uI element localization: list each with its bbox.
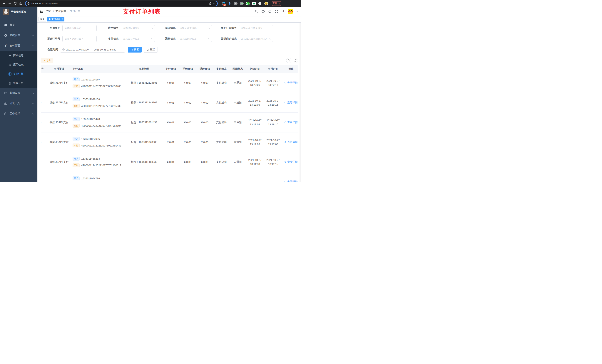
toolbox-icon: [4, 102, 7, 105]
sidebar-item-label: 基础设施: [10, 91, 20, 95]
sidebar-toggle-icon[interactable]: [40, 10, 43, 13]
site-info-icon[interactable]: [27, 2, 30, 5]
view-detail-link[interactable]: 查看详情: [284, 101, 298, 104]
pay-order-cell: 商户 1635312124657 支付 42000011742021102780…: [70, 73, 126, 93]
recorder-extension-icon[interactable]: [240, 1, 244, 6]
col-amount: 支付金额: [162, 65, 179, 73]
gem-extension-icon[interactable]: [227, 1, 232, 6]
filter-label: 回调商户状态: [212, 37, 239, 41]
url-text[interactable]: localhost:1024/pay/order: [32, 2, 207, 5]
create-time: 2021-10-27 13:17:03: [246, 132, 264, 152]
filter-app: 应用编号: [97, 25, 155, 31]
emoji-extension-icon[interactable]: [264, 1, 268, 6]
pay-status-select[interactable]: [123, 38, 150, 40]
view-detail-link[interactable]: 查看详情: [284, 160, 298, 164]
product-title: 标题：1635311468233: [126, 152, 162, 172]
browser-reload-icon[interactable]: [13, 1, 17, 6]
dashboard-icon: [4, 23, 7, 27]
tab-home[interactable]: 首页: [39, 17, 46, 21]
table-row: 20 微信 JSAPI 支付 商户 1635311949168: [41, 93, 298, 113]
sidebar-item-workflow[interactable]: 工作流程: [0, 109, 37, 119]
search-icon: [284, 102, 287, 104]
export-button[interactable]: 导出: [41, 58, 53, 63]
app-select[interactable]: [123, 27, 150, 30]
merchant-order-no-input[interactable]: [241, 27, 271, 30]
share-icon[interactable]: [209, 2, 212, 5]
filter-pay-status: 支付状态: [97, 36, 155, 42]
browser-update-button[interactable]: 更新 ⋮: [271, 1, 282, 6]
scrollbar-track[interactable]: [300, 22, 301, 182]
sidebar-item-app-info[interactable]: 应用信息: [0, 60, 37, 69]
help-icon[interactable]: [268, 10, 272, 13]
search-icon: [284, 141, 287, 143]
pay-status: 支付成功: [213, 73, 230, 93]
tab-pay-order[interactable]: 支付订单 ×: [47, 17, 64, 21]
date-start: 2021-10-01 00:00:00: [66, 48, 89, 51]
notify-status-select[interactable]: [241, 38, 269, 40]
search-button[interactable]: 搜索: [128, 47, 142, 52]
view-detail-link[interactable]: 查看详情: [284, 81, 298, 84]
view-detail-link[interactable]: 查看详情: [284, 121, 298, 124]
pay-amount: ¥ 0.01: [162, 93, 179, 113]
pinned-extension-icon[interactable]: 10: [221, 1, 226, 6]
refund-amount: [196, 172, 213, 182]
table-row: 17 微信 JSAPI 支付 商户 1635311468233: [41, 152, 298, 172]
sidebar-item-system[interactable]: 系统管理: [0, 30, 37, 41]
sidebar-item-pay-order[interactable]: ¥ 支付订单: [0, 69, 37, 79]
toggle-search-button[interactable]: [286, 58, 291, 63]
channel-pay-no: 4200001173202110272847982104: [81, 124, 121, 127]
y-extension-icon[interactable]: y: [246, 1, 250, 6]
refresh-table-button[interactable]: [293, 58, 298, 63]
pay-time: 2021-10-27 13:18:10: [264, 113, 282, 132]
sidebar-item-merchant-info[interactable]: 商户信息: [0, 51, 37, 60]
product-title: 标题：1635312124656: [126, 73, 162, 93]
merchant-input[interactable]: [64, 27, 95, 30]
pay-channel: 微信 JSAPI 支付: [48, 93, 70, 113]
pay-tag: 支付: [73, 84, 80, 88]
breadcrumb-payment[interactable]: 支付管理: [55, 10, 66, 13]
download-icon: [43, 59, 45, 62]
table-row: 21 微信 JSAPI 支付 商户 1635312124657: [41, 73, 298, 93]
browser-forward-icon[interactable]: [7, 1, 12, 6]
view-detail-link[interactable]: 查看详情: [284, 180, 298, 182]
sidebar-item-home[interactable]: 首页: [0, 20, 37, 30]
bookmark-star-icon[interactable]: ☆: [213, 2, 215, 5]
pay-time: 2021-10-27 13:19:15: [264, 93, 282, 113]
sidebar-item-infrastructure[interactable]: 基础设施: [0, 88, 37, 98]
filter-label: 支付状态: [97, 37, 121, 41]
puzzle-extension-icon[interactable]: [258, 1, 262, 6]
sidebar-item-dev-tools[interactable]: 研发工具: [0, 98, 37, 109]
fullscreen-icon[interactable]: [275, 10, 278, 13]
github-icon[interactable]: [261, 10, 265, 13]
sidebar-item-payment[interactable]: ¥ 支付管理: [0, 41, 37, 51]
pay-amount: ¥ 0.01: [162, 73, 179, 93]
browser-home-icon[interactable]: [19, 1, 23, 6]
search-icon[interactable]: [255, 10, 258, 13]
pay-order-cell: 商户 1635311823086 支付 42000011672021102710…: [70, 132, 126, 152]
avatar-dropdown-icon[interactable]: [296, 11, 298, 13]
merchant-order-no: 1635311054796: [81, 177, 100, 180]
filter-label: 渠道编码: [155, 26, 178, 30]
address-bar[interactable]: localhost:1024/pay/order ☆: [25, 1, 218, 6]
font-size-icon[interactable]: TT: [281, 10, 285, 13]
app-logo[interactable]: 芋道管理系统: [0, 7, 37, 17]
sidebar-item-refund-order[interactable]: 退款订单: [0, 79, 37, 88]
pay-time: 2021-10-27 13:17:08: [264, 132, 282, 152]
breadcrumb-home[interactable]: 首页: [46, 10, 52, 13]
date-range-input[interactable]: 2021-10-01 00:00:00 - 2021-10-31 23:59:5…: [60, 47, 125, 52]
browser-back-icon[interactable]: [2, 1, 6, 6]
chat-extension-icon[interactable]: [252, 1, 256, 6]
user-avatar[interactable]: [288, 9, 293, 14]
browser-menu-icon[interactable]: ⋮: [278, 2, 280, 5]
refund-status-select[interactable]: [180, 38, 207, 40]
app-title: 芋道管理系统: [11, 10, 26, 14]
table-row: 18 微信 JSAPI 支付 商户 1635311823086: [41, 132, 298, 152]
actions-cell: 查看详情: [282, 73, 298, 93]
channel-code-select[interactable]: [180, 27, 207, 30]
channel-order-no-input[interactable]: [64, 38, 95, 40]
command-extension-icon[interactable]: ⌘: [234, 1, 238, 6]
view-detail-link[interactable]: 查看详情: [284, 141, 298, 144]
reset-button[interactable]: 重置: [144, 47, 158, 52]
close-icon[interactable]: ×: [62, 18, 63, 20]
col-pay-status: 支付状态: [213, 65, 230, 73]
